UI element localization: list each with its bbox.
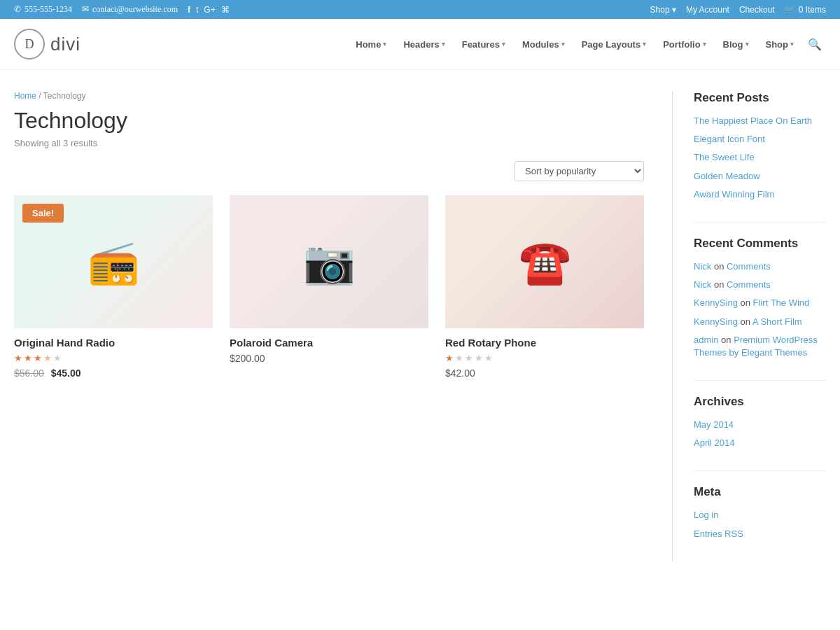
logo[interactable]: D divi bbox=[14, 29, 80, 59]
recent-post-1[interactable]: Elegant Icon Font bbox=[694, 133, 826, 146]
recent-post-3[interactable]: Golden Meadow bbox=[694, 170, 826, 183]
cart-icon-area[interactable]: 🛒 0 Items bbox=[785, 5, 826, 15]
logo-circle: D bbox=[14, 29, 45, 59]
main-content: Home / Technology Technology Showing all… bbox=[14, 91, 672, 561]
recent-post-0[interactable]: The Happiest Place On Earth bbox=[694, 115, 826, 127]
divider bbox=[694, 380, 826, 381]
breadcrumb: Home / Technology bbox=[14, 91, 644, 101]
chevron-down-icon: ▾ bbox=[746, 41, 749, 48]
comment-author-0[interactable]: Nick bbox=[694, 261, 711, 272]
recent-posts-section: Recent Posts The Happiest Place On Earth… bbox=[694, 91, 826, 201]
star-4: ★ bbox=[475, 353, 483, 364]
twitter-icon[interactable]: t bbox=[196, 5, 198, 15]
nav-home[interactable]: Home ▾ bbox=[349, 35, 393, 54]
comment-prep-2: on bbox=[741, 298, 753, 308]
meta-link-1[interactable]: Entries RSS bbox=[694, 528, 826, 540]
camera-emoji: 📷 bbox=[303, 237, 356, 287]
price-old: $56.00 bbox=[14, 368, 44, 379]
googleplus-icon[interactable]: G+ bbox=[204, 5, 215, 15]
nav-blog[interactable]: Blog ▾ bbox=[716, 35, 756, 54]
comment-author-1[interactable]: Nick bbox=[694, 279, 711, 290]
product-image-wrap: 📷 bbox=[230, 195, 428, 328]
price-regular: $200.00 bbox=[230, 353, 265, 364]
product-name: Original Hand Radio bbox=[14, 337, 213, 349]
my-account-link[interactable]: My Account bbox=[686, 5, 729, 15]
breadcrumb-separator: / bbox=[38, 91, 41, 101]
email-link[interactable]: contact@ourwebsite.com bbox=[92, 4, 178, 15]
product-card[interactable]: 📻 Sale! Original Hand Radio ★ ★ ★ ★ ★ $5… bbox=[14, 195, 213, 379]
comment-target-1[interactable]: Comments bbox=[727, 279, 771, 290]
product-card[interactable]: 📷 Polaroid Camera $200.00 bbox=[230, 195, 428, 379]
recent-post-4[interactable]: Award Winning Film bbox=[694, 188, 826, 201]
nav-page-layouts[interactable]: Page Layouts ▾ bbox=[575, 35, 654, 54]
chevron-down-icon: ▾ bbox=[790, 41, 794, 48]
chevron-down-icon: ▾ bbox=[442, 41, 445, 48]
products-grid: 📻 Sale! Original Hand Radio ★ ★ ★ ★ ★ $5… bbox=[14, 195, 644, 379]
nav-modules[interactable]: Modules ▾ bbox=[515, 35, 572, 54]
comment-prep-1: on bbox=[714, 279, 727, 290]
nav-shop[interactable]: Shop ▾ bbox=[759, 35, 802, 54]
product-image-phone: ☎️ bbox=[445, 195, 644, 328]
comment-author-3[interactable]: KennySing bbox=[694, 316, 738, 327]
chevron-down-icon: ▾ bbox=[502, 41, 505, 48]
phone-emoji: ☎️ bbox=[519, 237, 571, 287]
shop-nav-link[interactable]: Shop ▾ bbox=[650, 5, 676, 15]
facebook-icon[interactable]: f bbox=[188, 5, 190, 15]
email-info[interactable]: ✉ contact@ourwebsite.com bbox=[82, 4, 178, 15]
showing-results: Showing all 3 results bbox=[14, 138, 644, 148]
sale-badge: Sale! bbox=[22, 204, 64, 223]
comment-author-2[interactable]: KennySing bbox=[694, 298, 738, 308]
star-1: ★ bbox=[14, 353, 22, 364]
comment-target-0[interactable]: Comments bbox=[727, 261, 771, 272]
chevron-down-icon: ▾ bbox=[643, 41, 646, 48]
comment-target-2[interactable]: Flirt The Wind bbox=[753, 298, 810, 308]
comment-target-3[interactable]: A Short Film bbox=[752, 316, 802, 327]
archive-1[interactable]: April 2014 bbox=[694, 437, 826, 449]
social-links: f t G+ ⌘ bbox=[188, 5, 230, 15]
top-bar: ✆ 555-555-1234 ✉ contact@ourwebsite.com … bbox=[0, 0, 840, 19]
page-wrapper: Home / Technology Technology Showing all… bbox=[0, 70, 840, 582]
star-5: ★ bbox=[484, 353, 493, 364]
checkout-link[interactable]: Checkout bbox=[739, 5, 775, 15]
price-new: $45.00 bbox=[51, 368, 81, 379]
star-3: ★ bbox=[34, 353, 42, 364]
product-image-wrap: 📻 Sale! bbox=[14, 195, 213, 328]
email-icon: ✉ bbox=[82, 4, 89, 15]
product-image-wrap: ☎️ bbox=[445, 195, 644, 328]
nav-features[interactable]: Features ▾ bbox=[455, 35, 512, 54]
comment-4: admin on Premium WordPress Themes by Ele… bbox=[694, 334, 826, 359]
comment-prep-3: on bbox=[741, 316, 752, 327]
comment-author-4[interactable]: admin bbox=[694, 335, 718, 345]
nav-portfolio[interactable]: Portfolio ▾ bbox=[656, 35, 713, 54]
star-2: ★ bbox=[455, 353, 463, 364]
nav-headers[interactable]: Headers ▾ bbox=[396, 35, 451, 54]
main-nav: Home ▾ Headers ▾ Features ▾ Modules ▾ Pa… bbox=[349, 34, 826, 55]
sort-select[interactable]: Sort by popularity Sort by latest Sort b… bbox=[514, 161, 644, 181]
rss-icon[interactable]: ⌘ bbox=[221, 5, 230, 15]
comment-2: KennySing on Flirt The Wind bbox=[694, 297, 826, 309]
page-title: Technology bbox=[14, 108, 644, 134]
divider bbox=[694, 222, 826, 223]
comment-prep-4: on bbox=[721, 335, 734, 345]
chevron-down-icon: ▾ bbox=[561, 41, 565, 48]
chevron-down-icon: ▾ bbox=[383, 41, 386, 48]
breadcrumb-home[interactable]: Home bbox=[14, 91, 36, 101]
sidebar: Recent Posts The Happiest Place On Earth… bbox=[672, 91, 826, 561]
phone-icon: ✆ bbox=[14, 4, 21, 15]
top-bar-left: ✆ 555-555-1234 ✉ contact@ourwebsite.com … bbox=[14, 4, 230, 15]
breadcrumb-current: Technology bbox=[43, 91, 86, 101]
meta-link-0[interactable]: Log in bbox=[694, 509, 826, 522]
recent-comments-section: Recent Comments Nick on Comments Nick on… bbox=[694, 237, 826, 359]
recent-post-2[interactable]: The Sweet Life bbox=[694, 151, 826, 164]
product-stars: ★ ★ ★ ★ ★ bbox=[445, 353, 644, 364]
comment-0: Nick on Comments bbox=[694, 260, 826, 273]
search-button[interactable]: 🔍 bbox=[804, 34, 826, 55]
archive-0[interactable]: May 2014 bbox=[694, 419, 826, 431]
product-card[interactable]: ☎️ Red Rotary Phone ★ ★ ★ ★ ★ $42.00 bbox=[445, 195, 644, 379]
star-5: ★ bbox=[53, 353, 62, 364]
recent-comments-title: Recent Comments bbox=[694, 237, 826, 251]
chevron-down-icon: ▾ bbox=[703, 41, 706, 48]
logo-text: divi bbox=[50, 34, 80, 55]
product-price: $200.00 bbox=[230, 353, 428, 364]
radio-emoji: 📻 bbox=[88, 237, 140, 287]
